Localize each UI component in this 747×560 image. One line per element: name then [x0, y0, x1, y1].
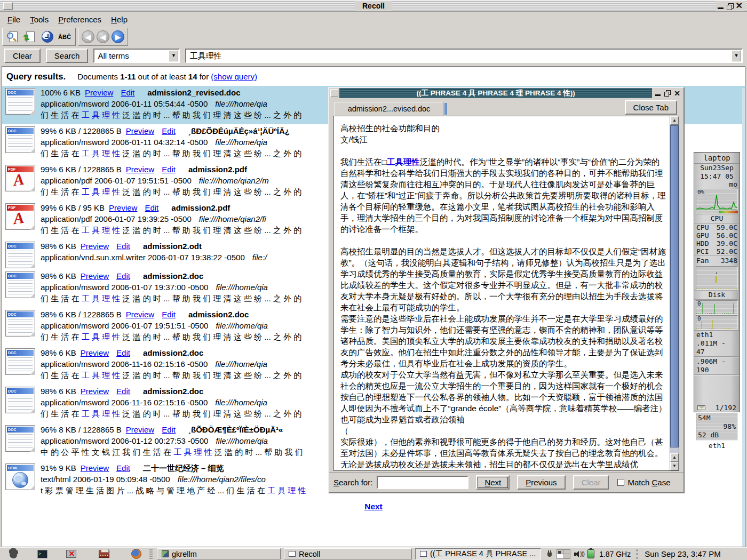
doc-author: 文/钱江 — [340, 134, 667, 145]
find-input[interactable] — [377, 476, 468, 489]
query-input[interactable]: 工具理性 ▼ — [185, 49, 743, 63]
snippet-match: 工 具 理 性 — [267, 486, 306, 495]
preview-scrollbar[interactable]: ▲ ▲ ▼ — [670, 116, 679, 470]
firefox-launcher[interactable] — [130, 549, 142, 559]
search-mode-select[interactable]: All terms ▼ — [93, 49, 180, 63]
edit-link[interactable]: Edit — [121, 88, 134, 97]
workspace-pager[interactable] — [557, 549, 570, 559]
terminal-launcher[interactable]: >_ — [36, 549, 48, 559]
fan-chart[interactable] — [696, 266, 738, 290]
edit-link[interactable]: Edit — [116, 242, 130, 251]
disk-read-chart[interactable]: 0 — [696, 300, 738, 315]
power-plug-icon[interactable] — [546, 550, 553, 558]
preview-link[interactable]: Preview — [81, 463, 109, 473]
minimize-icon[interactable] — [718, 7, 724, 9]
preview-link[interactable]: Preview — [126, 425, 154, 434]
maximize-icon[interactable] — [727, 3, 733, 9]
scroll-up-icon[interactable]: ▲ — [670, 453, 679, 462]
first-page-button[interactable]: ◀ — [82, 30, 94, 43]
doc-paragraph: 高校招生最明显的目的当然是选拔人才。但这选拔人才的目标却不仅仅是人们假定“因材施… — [340, 246, 667, 313]
scroll-down-icon[interactable]: ▼ — [670, 462, 679, 470]
result-mime-date: application/msword 2006-11-16 02:15:16 -… — [41, 359, 208, 369]
snippet-match: 工 具 理 性 — [82, 371, 121, 380]
main-titlebar[interactable]: Recoll ✕ — [0, 0, 747, 12]
edit-link[interactable]: Edit — [162, 425, 176, 434]
preview-titlebar[interactable]: ((工 PHRASE 4 具 PHRASE 4 理 PHRASE 4 性)) ✕ — [329, 88, 684, 98]
preview-link[interactable]: Preview — [109, 203, 137, 212]
show-query-link[interactable]: (show query) — [211, 72, 257, 81]
task-gkrellm[interactable]: gkrellm — [157, 548, 281, 559]
display-launcher[interactable] — [65, 549, 77, 559]
disk-write-chart[interactable]: 0 — [696, 315, 738, 330]
close-icon[interactable]: ✕ — [674, 89, 680, 98]
menu-tools[interactable]: Tools — [26, 13, 53, 26]
document-history-button[interactable] — [40, 30, 55, 44]
chevron-down-icon[interactable]: ▼ — [169, 50, 178, 61]
find-clear-button: Clear — [573, 475, 609, 490]
scrollbar-thumb[interactable] — [670, 125, 679, 447]
edit-link[interactable]: Edit — [116, 271, 130, 281]
edit-link[interactable]: Edit — [162, 165, 176, 174]
preview-link[interactable]: Preview — [81, 348, 109, 357]
chevron-down-icon[interactable]: ▼ — [732, 50, 741, 61]
mail-row[interactable]: 1/192 — [694, 403, 740, 412]
task-recoll[interactable]: Recoll — [284, 548, 412, 559]
eth-footer: eth1 — [694, 441, 740, 451]
next-page-button[interactable]: ▶ — [112, 30, 124, 43]
result-score-size: 99% 6 KB / 1228865 B — [41, 165, 122, 174]
typewriter-launcher[interactable] — [98, 549, 110, 559]
preview-link[interactable]: Preview — [126, 165, 154, 174]
term-explorer-button[interactable]: ÅBĈ — [57, 30, 72, 44]
page-fold — [30, 331, 35, 337]
prev-page-button[interactable]: ◀ — [97, 30, 109, 43]
volume-icon[interactable]: ))) — [574, 550, 584, 558]
edit-link[interactable]: Edit — [162, 310, 176, 319]
maximize-icon[interactable] — [664, 90, 670, 96]
advanced-search-icon — [9, 31, 18, 42]
edit-link[interactable]: Edit — [162, 126, 176, 135]
window-menu-button[interactable] — [3, 2, 13, 10]
advanced-search-button[interactable] — [6, 30, 21, 44]
next-results-link[interactable]: Next — [364, 502, 383, 511]
preview-tabbar: admission2...evised.doc Close Tab — [329, 98, 684, 116]
gnome-menu-button[interactable] — [7, 549, 19, 559]
snippet-text: 泛 滥 的 时 ... 帮 助 我 们 — [212, 447, 303, 457]
sort-parameters-button[interactable]: ⇅ — [23, 30, 38, 44]
gkrellm-time: 15:47 05 — [694, 172, 740, 181]
window-menu-button[interactable] — [330, 89, 338, 97]
edit-link[interactable]: Edit — [116, 348, 130, 357]
clear-button[interactable]: Clear — [4, 49, 41, 63]
preview-link[interactable]: Preview — [126, 310, 154, 319]
edit-link[interactable]: Edit — [145, 203, 158, 212]
cpu-chart[interactable]: 0% — [696, 189, 738, 210]
find-next-button[interactable]: Next — [476, 475, 510, 490]
search-button[interactable]: Search — [46, 49, 89, 63]
preview-link[interactable]: Preview — [126, 126, 154, 135]
battery-icon[interactable] — [587, 549, 594, 558]
edit-link[interactable]: Edit — [116, 387, 130, 396]
taskbar-handle[interactable] — [149, 549, 153, 559]
match-case-checkbox[interactable] — [617, 479, 624, 486]
task-preview[interactable]: ((工 PHRASE 4 具 PHRASE ... — [415, 548, 541, 559]
scroll-up-icon[interactable]: ▲ — [670, 116, 679, 125]
result-filename: admission2_revised.doc — [147, 88, 240, 97]
page-fold — [30, 148, 35, 153]
menu-help[interactable]: Help — [107, 13, 132, 26]
preview-link[interactable]: Preview — [81, 387, 109, 396]
results-scrollbar[interactable] — [742, 88, 745, 547]
snippet-text: 们 生 活 在 — [41, 294, 82, 303]
edit-link[interactable]: Edit — [116, 463, 130, 473]
taskbar-clock[interactable]: Sun Sep 23, 3:47 PM — [636, 549, 721, 559]
abc-icon: ÅBĈ — [58, 34, 71, 40]
close-tab-button[interactable]: Close Tab — [625, 100, 677, 115]
preview-link[interactable]: Preview — [85, 88, 113, 97]
preview-link[interactable]: Preview — [81, 271, 109, 281]
minimize-icon[interactable] — [655, 94, 661, 96]
preview-tab[interactable]: admission2...evised.doc — [335, 102, 443, 116]
preview-link[interactable]: Preview — [81, 242, 109, 251]
page-fold — [30, 485, 35, 490]
menu-preferences[interactable]: Preferences — [54, 13, 106, 26]
close-icon[interactable]: ✕ — [736, 2, 743, 10]
menu-file[interactable]: File — [3, 13, 25, 26]
find-previous-button[interactable]: Previous — [517, 475, 565, 490]
